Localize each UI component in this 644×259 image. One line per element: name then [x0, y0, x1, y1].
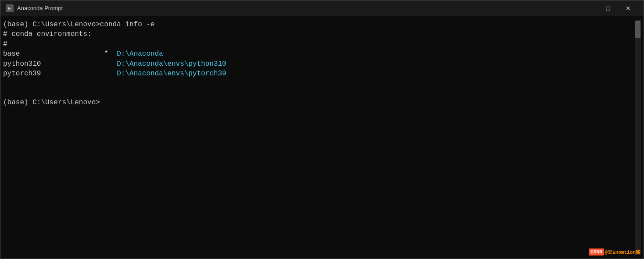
blank-line — [3, 78, 635, 88]
watermark-username: @云Enomtion酱 — [605, 249, 640, 255]
env-base-line: base * D:\Anaconda — [3, 49, 635, 59]
env-python310-line: python310 D:\Anaconda\envs\python310 — [3, 59, 635, 69]
comment-line-1: # conda environments: — [3, 29, 635, 39]
prompt-line: (base) C:\Users\Lenovo> — [3, 98, 635, 107]
app-icon — [6, 4, 14, 12]
blank-line-2 — [3, 88, 635, 98]
anaconda-prompt-window: Anaconda Prompt — □ ✕ (base) C:\Users\Le… — [0, 0, 644, 259]
watermark-csdn: CSDN — [589, 248, 604, 255]
title-bar: Anaconda Prompt — □ ✕ — [0, 0, 644, 16]
comment-line-2: # — [3, 39, 635, 49]
minimize-button[interactable]: — — [578, 0, 598, 16]
terminal-content: (base) C:\Users\Lenovo>conda info -e # c… — [3, 20, 635, 255]
close-button[interactable]: ✕ — [618, 0, 638, 16]
env-pytorch39-line: pytorch39 D:\Anaconda\envs\pytorch39 — [3, 69, 635, 78]
window-controls: — □ ✕ — [578, 0, 638, 16]
maximize-button[interactable]: □ — [598, 0, 618, 16]
scrollbar[interactable] — [635, 20, 641, 255]
watermark: CSDN @云Enomtion酱 — [589, 248, 640, 255]
window-title: Anaconda Prompt — [17, 5, 578, 11]
terminal-body[interactable]: (base) C:\Users\Lenovo>conda info -e # c… — [0, 16, 644, 259]
scrollbar-thumb[interactable] — [635, 21, 640, 38]
command-line: (base) C:\Users\Lenovo>conda info -e — [3, 20, 635, 29]
